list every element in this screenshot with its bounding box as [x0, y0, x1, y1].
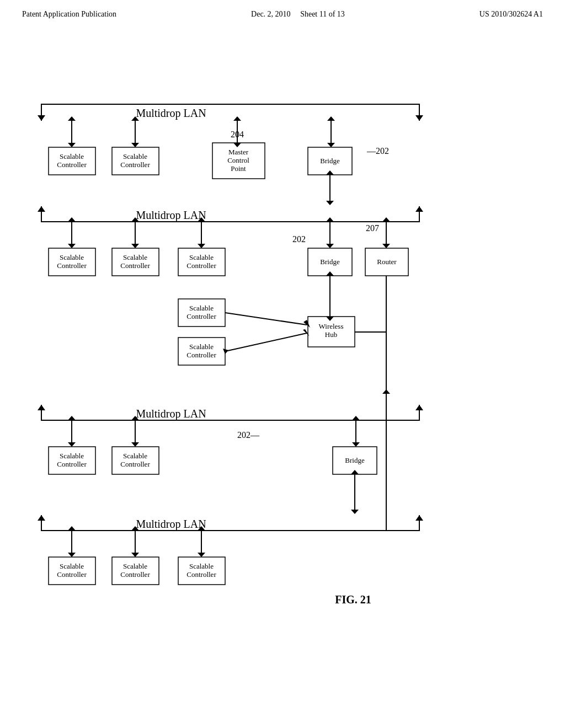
svg-marker-11 [131, 143, 139, 147]
svg-marker-16 [327, 116, 335, 121]
sc9-label: Scalable [123, 452, 147, 460]
svg-marker-78 [415, 515, 423, 521]
diagram-area: Multidrop LAN 204 Scalable Controller Sc… [0, 24, 565, 719]
sc3-label: Scalable [60, 253, 84, 261]
svg-marker-41 [382, 244, 390, 248]
sc8-label2: Controller [57, 460, 87, 468]
svg-marker-37 [326, 217, 334, 222]
lan3-label: Multidrop LAN [136, 408, 206, 420]
sc9-label2: Controller [120, 460, 150, 468]
svg-marker-23 [326, 201, 334, 205]
sc8-label: Scalable [60, 452, 84, 460]
svg-marker-28 [68, 217, 76, 222]
svg-marker-26 [415, 206, 423, 212]
ref-207: 207 [366, 223, 379, 233]
svg-marker-76 [351, 470, 359, 474]
svg-marker-57 [326, 271, 334, 276]
svg-marker-5 [415, 115, 423, 121]
svg-marker-38 [326, 244, 334, 248]
svg-marker-29 [68, 244, 76, 248]
figure-label: FIG. 21 [335, 593, 371, 606]
header-center: Dec. 2, 2010 Sheet 11 of 13 [251, 10, 345, 19]
sc10-label: Scalable [60, 562, 84, 570]
svg-marker-4 [38, 115, 45, 121]
svg-marker-63 [68, 416, 76, 420]
ref-202c: 202— [237, 430, 260, 440]
svg-line-52 [225, 333, 307, 351]
sc2-label2: Controller [120, 160, 150, 169]
svg-marker-80 [68, 526, 76, 531]
svg-marker-64 [68, 442, 76, 447]
lan2-label: Multidrop LAN [136, 209, 206, 222]
svg-marker-13 [233, 116, 241, 121]
svg-marker-92 [382, 389, 390, 394]
svg-marker-17 [327, 143, 335, 147]
svg-marker-70 [352, 442, 360, 447]
svg-marker-56 [326, 317, 334, 321]
svg-marker-60 [38, 405, 45, 410]
ref-202a: —202 [366, 146, 389, 156]
lan4-label: Multidrop LAN [136, 518, 206, 531]
sc4-label: Scalable [123, 253, 147, 261]
ref-202b: 202 [292, 234, 306, 244]
sc11-label: Scalable [123, 562, 147, 570]
sc6-label2: Controller [186, 312, 216, 320]
svg-marker-75 [351, 510, 359, 514]
svg-marker-49 [303, 320, 310, 328]
sc1-label2: Controller [57, 160, 87, 169]
svg-marker-53 [303, 329, 310, 336]
svg-marker-84 [131, 553, 139, 557]
router-label: Router [377, 258, 397, 266]
svg-marker-24 [326, 170, 334, 175]
svg-marker-32 [131, 244, 139, 248]
svg-marker-35 [198, 244, 205, 248]
svg-marker-67 [131, 442, 139, 447]
sc12-label2: Controller [186, 570, 216, 579]
header-right: US 2010/302624 A1 [479, 10, 543, 19]
page-header: Patent Application Publication Dec. 2, 2… [0, 0, 565, 24]
sc12-label: Scalable [189, 562, 214, 570]
header-left: Patent Application Publication [22, 10, 116, 19]
mcp-label3: Point [231, 164, 246, 173]
bridge-mid-label: Bridge [320, 258, 340, 266]
svg-marker-87 [198, 553, 205, 557]
svg-line-48 [225, 313, 307, 325]
sc3-label2: Controller [57, 261, 87, 270]
sc7-label2: Controller [186, 351, 216, 359]
svg-marker-25 [38, 206, 45, 212]
sc4-label2: Controller [120, 261, 150, 270]
svg-marker-61 [415, 405, 423, 410]
bridge-bot-label: Bridge [345, 456, 365, 464]
wireless-hub-label1: Wireless [319, 322, 344, 330]
lan1-label: Multidrop LAN [136, 107, 206, 120]
mcp-label1: Master [228, 148, 249, 156]
svg-marker-7 [68, 116, 76, 121]
svg-marker-77 [38, 515, 45, 521]
svg-marker-8 [68, 143, 76, 147]
sc5-label2: Controller [186, 261, 216, 270]
sc1-label: Scalable [60, 152, 84, 160]
svg-marker-14 [233, 143, 241, 147]
sc2-label: Scalable [123, 152, 147, 160]
sc10-label2: Controller [57, 570, 87, 579]
sc6-label: Scalable [189, 304, 214, 312]
mcp-label2: Control [227, 156, 249, 164]
sc7-label: Scalable [189, 342, 214, 351]
svg-marker-81 [68, 553, 76, 557]
svg-marker-69 [352, 416, 360, 420]
sc11-label2: Controller [120, 570, 150, 579]
wireless-hub-label2: Hub [325, 330, 337, 339]
svg-marker-40 [382, 217, 390, 222]
sc5-label: Scalable [189, 253, 214, 261]
bridge-top-label: Bridge [320, 157, 340, 165]
